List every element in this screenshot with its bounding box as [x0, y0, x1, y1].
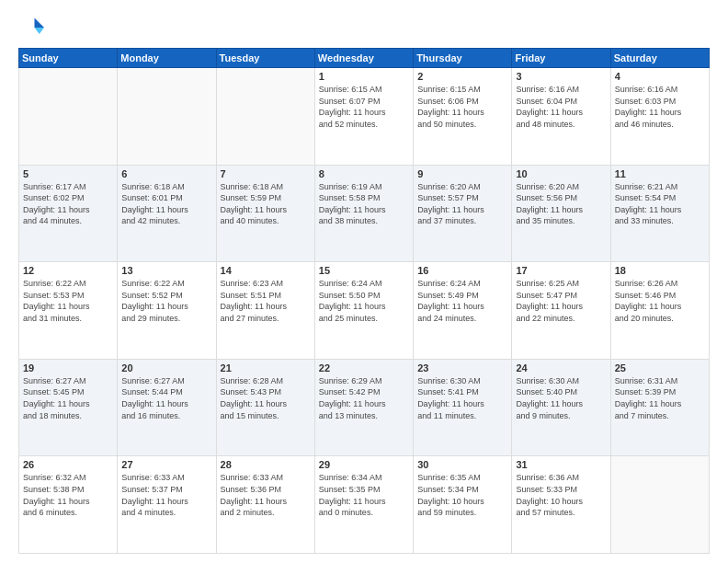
day-number: 16 — [417, 265, 507, 276]
day-number: 5 — [23, 168, 113, 179]
day-info: Sunrise: 6:29 AM Sunset: 5:42 PM Dayligh… — [319, 375, 409, 421]
day-number: 7 — [221, 168, 311, 179]
day-info: Sunrise: 6:26 AM Sunset: 5:46 PM Dayligh… — [615, 278, 705, 324]
day-number: 6 — [121, 168, 211, 179]
week-row-4: 19Sunrise: 6:27 AM Sunset: 5:45 PM Dayli… — [19, 359, 710, 456]
day-info: Sunrise: 6:20 AM Sunset: 5:56 PM Dayligh… — [516, 181, 606, 227]
day-number: 12 — [23, 265, 113, 276]
day-number: 31 — [516, 459, 606, 470]
day-info: Sunrise: 6:17 AM Sunset: 6:02 PM Dayligh… — [23, 181, 113, 227]
day-number: 9 — [417, 168, 507, 179]
day-number: 26 — [23, 459, 113, 470]
day-info: Sunrise: 6:15 AM Sunset: 6:07 PM Dayligh… — [319, 84, 409, 130]
day-number: 2 — [417, 71, 507, 82]
day-cell: 10Sunrise: 6:20 AM Sunset: 5:56 PM Dayli… — [512, 165, 610, 262]
day-cell: 14Sunrise: 6:23 AM Sunset: 5:51 PM Dayli… — [216, 262, 314, 360]
day-number: 11 — [615, 168, 705, 179]
day-number: 21 — [221, 362, 311, 373]
day-cell: 19Sunrise: 6:27 AM Sunset: 5:45 PM Dayli… — [19, 359, 118, 456]
day-number: 8 — [319, 168, 409, 179]
day-number: 19 — [23, 362, 113, 373]
day-cell: 20Sunrise: 6:27 AM Sunset: 5:44 PM Dayli… — [118, 359, 216, 456]
day-number: 15 — [319, 265, 409, 276]
svg-marker-1 — [35, 28, 45, 34]
day-number: 28 — [221, 459, 311, 470]
day-cell — [118, 68, 216, 166]
day-info: Sunrise: 6:15 AM Sunset: 6:06 PM Dayligh… — [417, 84, 507, 130]
week-row-5: 26Sunrise: 6:32 AM Sunset: 5:38 PM Dayli… — [19, 456, 710, 554]
day-cell: 11Sunrise: 6:21 AM Sunset: 5:54 PM Dayli… — [610, 165, 709, 262]
day-info: Sunrise: 6:24 AM Sunset: 5:49 PM Dayligh… — [417, 278, 507, 324]
logo — [18, 15, 48, 40]
day-number: 3 — [516, 71, 606, 82]
day-cell: 17Sunrise: 6:25 AM Sunset: 5:47 PM Dayli… — [512, 262, 610, 360]
day-info: Sunrise: 6:16 AM Sunset: 6:03 PM Dayligh… — [615, 84, 705, 130]
day-cell: 25Sunrise: 6:31 AM Sunset: 5:39 PM Dayli… — [610, 359, 709, 456]
day-number: 23 — [417, 362, 507, 373]
svg-marker-0 — [35, 18, 45, 29]
day-number: 1 — [319, 71, 409, 82]
weekday-header-friday: Friday — [512, 49, 610, 68]
day-cell: 6Sunrise: 6:18 AM Sunset: 6:01 PM Daylig… — [118, 165, 216, 262]
day-number: 10 — [516, 168, 606, 179]
day-info: Sunrise: 6:23 AM Sunset: 5:51 PM Dayligh… — [221, 278, 311, 324]
day-cell: 13Sunrise: 6:22 AM Sunset: 5:52 PM Dayli… — [118, 262, 216, 360]
day-info: Sunrise: 6:24 AM Sunset: 5:50 PM Dayligh… — [319, 278, 409, 324]
day-cell — [610, 456, 709, 554]
week-row-2: 5Sunrise: 6:17 AM Sunset: 6:02 PM Daylig… — [19, 165, 710, 262]
day-cell: 3Sunrise: 6:16 AM Sunset: 6:04 PM Daylig… — [512, 68, 610, 166]
day-info: Sunrise: 6:27 AM Sunset: 5:44 PM Dayligh… — [121, 375, 211, 421]
day-info: Sunrise: 6:25 AM Sunset: 5:47 PM Dayligh… — [516, 278, 606, 324]
page: SundayMondayTuesdayWednesdayThursdayFrid… — [0, 0, 728, 563]
day-cell: 8Sunrise: 6:19 AM Sunset: 5:58 PM Daylig… — [314, 165, 413, 262]
day-number: 20 — [121, 362, 211, 373]
week-row-1: 1Sunrise: 6:15 AM Sunset: 6:07 PM Daylig… — [19, 68, 710, 166]
day-cell — [216, 68, 314, 166]
day-cell — [19, 68, 118, 166]
day-number: 13 — [121, 265, 211, 276]
day-cell: 7Sunrise: 6:18 AM Sunset: 5:59 PM Daylig… — [216, 165, 314, 262]
day-cell: 4Sunrise: 6:16 AM Sunset: 6:03 PM Daylig… — [610, 68, 709, 166]
day-number: 17 — [516, 265, 606, 276]
day-info: Sunrise: 6:18 AM Sunset: 6:01 PM Dayligh… — [121, 181, 211, 227]
day-cell: 24Sunrise: 6:30 AM Sunset: 5:40 PM Dayli… — [512, 359, 610, 456]
day-info: Sunrise: 6:22 AM Sunset: 5:52 PM Dayligh… — [121, 278, 211, 324]
day-cell: 27Sunrise: 6:33 AM Sunset: 5:37 PM Dayli… — [118, 456, 216, 554]
week-row-3: 12Sunrise: 6:22 AM Sunset: 5:53 PM Dayli… — [19, 262, 710, 360]
day-number: 24 — [516, 362, 606, 373]
day-info: Sunrise: 6:16 AM Sunset: 6:04 PM Dayligh… — [516, 84, 606, 130]
day-cell: 23Sunrise: 6:30 AM Sunset: 5:41 PM Dayli… — [414, 359, 512, 456]
day-number: 14 — [221, 265, 311, 276]
day-cell: 2Sunrise: 6:15 AM Sunset: 6:06 PM Daylig… — [414, 68, 512, 166]
day-info: Sunrise: 6:33 AM Sunset: 5:36 PM Dayligh… — [221, 472, 311, 518]
weekday-header-monday: Monday — [118, 49, 216, 68]
day-number: 30 — [417, 459, 507, 470]
day-cell: 5Sunrise: 6:17 AM Sunset: 6:02 PM Daylig… — [19, 165, 118, 262]
day-info: Sunrise: 6:36 AM Sunset: 5:33 PM Dayligh… — [516, 472, 606, 518]
day-info: Sunrise: 6:30 AM Sunset: 5:40 PM Dayligh… — [516, 375, 606, 421]
day-number: 25 — [615, 362, 705, 373]
day-info: Sunrise: 6:18 AM Sunset: 5:59 PM Dayligh… — [221, 181, 311, 227]
day-number: 18 — [615, 265, 705, 276]
day-info: Sunrise: 6:21 AM Sunset: 5:54 PM Dayligh… — [615, 181, 705, 227]
day-cell: 21Sunrise: 6:28 AM Sunset: 5:43 PM Dayli… — [216, 359, 314, 456]
day-info: Sunrise: 6:19 AM Sunset: 5:58 PM Dayligh… — [319, 181, 409, 227]
day-cell: 16Sunrise: 6:24 AM Sunset: 5:49 PM Dayli… — [414, 262, 512, 360]
day-info: Sunrise: 6:28 AM Sunset: 5:43 PM Dayligh… — [221, 375, 311, 421]
day-cell: 9Sunrise: 6:20 AM Sunset: 5:57 PM Daylig… — [414, 165, 512, 262]
day-cell: 15Sunrise: 6:24 AM Sunset: 5:50 PM Dayli… — [314, 262, 413, 360]
day-cell: 31Sunrise: 6:36 AM Sunset: 5:33 PM Dayli… — [512, 456, 610, 554]
day-info: Sunrise: 6:27 AM Sunset: 5:45 PM Dayligh… — [23, 375, 113, 421]
day-cell: 1Sunrise: 6:15 AM Sunset: 6:07 PM Daylig… — [314, 68, 413, 166]
day-cell: 29Sunrise: 6:34 AM Sunset: 5:35 PM Dayli… — [314, 456, 413, 554]
day-info: Sunrise: 6:20 AM Sunset: 5:57 PM Dayligh… — [417, 181, 507, 227]
day-info: Sunrise: 6:34 AM Sunset: 5:35 PM Dayligh… — [319, 472, 409, 518]
header — [18, 15, 710, 40]
day-cell: 30Sunrise: 6:35 AM Sunset: 5:34 PM Dayli… — [414, 456, 512, 554]
day-cell: 28Sunrise: 6:33 AM Sunset: 5:36 PM Dayli… — [216, 456, 314, 554]
weekday-header-wednesday: Wednesday — [314, 49, 413, 68]
day-cell: 12Sunrise: 6:22 AM Sunset: 5:53 PM Dayli… — [19, 262, 118, 360]
day-number: 29 — [319, 459, 409, 470]
day-info: Sunrise: 6:22 AM Sunset: 5:53 PM Dayligh… — [23, 278, 113, 324]
logo-icon — [18, 15, 44, 40]
